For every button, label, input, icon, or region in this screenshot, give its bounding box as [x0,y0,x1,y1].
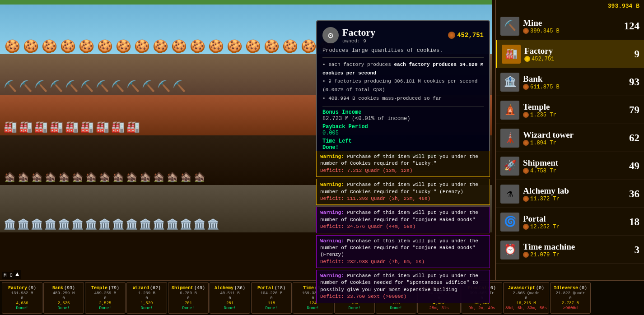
sidebar-item-alchemy[interactable]: ⚗️ Alchemy lab 11.372 Tr 36 [496,180,644,208]
bank-sprite: 🏛️ [98,218,111,231]
warning-label-5: Warning: [320,273,344,278]
warning-text-5: Purchase of this item will put you under… [320,273,478,292]
scroll-up-button[interactable]: ▲ [14,270,21,279]
bottom-factory-extra1: 0 [21,296,23,301]
shipment-cost-icon [523,168,529,174]
time-machine-count: 3 [635,244,640,256]
factory-sprite: 🏭 [111,120,125,134]
sidebar-item-portal[interactable]: 🌀 Portal 12.252 Tr 18 [496,208,644,236]
bottom-javascript-extra2: 16,215 M [516,301,536,306]
cookie-bag: 🍪 [79,39,94,54]
info-stats: • each factory produces each factory pro… [322,57,484,102]
bottom-item-wizard[interactable]: Wizard (62) 1.239 B 0 1,529 Done! [126,282,167,314]
portal-cost: 12.252 Tr [530,224,560,230]
bottom-javascript-status: 89d, 6h, 33m, 56s [505,306,547,310]
wizard-cost-icon [523,140,529,146]
mine-count: 124 [624,20,640,32]
bottom-bank-name: Bank [52,286,63,291]
portal-building-icon: 🌀 [500,213,519,232]
sidebar-item-wizard-tower[interactable]: 🗼 Wizard tower 1.894 Tr 62 [496,124,644,152]
cookie-bag: 🍪 [42,39,57,54]
bank-cost: 611.875 B [530,84,560,90]
mine-building-icon: ⛏️ [500,17,519,36]
bottom-item-factory[interactable]: Factory (9) 131.982 M 0 4,636 Done! [2,282,42,314]
wizard-cost: 1.894 Tr [530,140,556,146]
bottom-alchemy-name: Alchemy [215,286,233,291]
bottom-item-shipment[interactable]: Shipment (49) 6.789 B 0 701 Done! [168,282,209,314]
mine-sprite: ⛏️ [157,80,171,93]
bottom-factory-count: (9) [28,286,36,291]
mine-cost-icon [523,28,529,34]
stat-1-highlight: each factory produces 34.020 M cookies p… [322,62,483,76]
stat-line-2: • 9 factories producing 306.181 M cookie… [322,77,484,94]
warning-deficit-1: Deficit: 7.212 Quadr (13m, 12s) [320,168,413,173]
sidebar-item-bank[interactable]: 🏦 Bank 611.875 B 93 [496,68,644,96]
dark-sprite: 🏚️ [17,171,29,183]
bottom-item-alchemy[interactable]: Alchemy (36) 40.511 B 0 281 Done! [210,282,250,314]
factory-building-icon: 🏭 [502,45,521,64]
bank-building-icon: 🏦 [500,73,519,92]
cost-cookie-icon [448,32,455,39]
bottom-bank-status: Done! [57,306,70,310]
bottom-factory-val1: 131.982 M [11,291,33,296]
bottom-portal-val1: 104.226 B [261,291,283,296]
warning-box-4: Warning: Purchase of this item will put … [316,235,490,269]
bottom-portal-extra2: 118 [268,301,275,306]
warning-box-2: Warning: Purchase of this item will put … [316,179,490,205]
wizard-building-icon: 🗼 [500,129,519,148]
factory-name: Factory [524,46,554,56]
bottom-alchemy-extra1: 0 [229,296,231,301]
right-sidebar: 393.934 B ⛏️ Mine 399.345 B 124 🏭 [495,0,644,280]
temple-name: Temple [523,102,556,112]
bottom-time-extra1: 0 [312,296,314,301]
warning-label-3: Warning: [320,210,344,215]
bottom-wizard-extra1: 0 [145,296,148,301]
warning-box-3: Warning: Purchase of this item will put … [316,207,490,233]
mine-sprite: ⛏️ [142,80,155,93]
temple-cost-icon [523,112,529,118]
sidebar-item-time-machine[interactable]: ⏰ Time machine 21.079 Tr 3 [496,236,644,264]
wizard-name: Wizard tower [523,130,574,140]
bottom-wizard-name: Wizard [133,286,149,291]
factory-sprite: 🏭 [19,120,33,134]
bank-sprite: 🏛️ [71,218,84,231]
bank-sprite: 🏛️ [85,218,97,231]
bottom-javascript-count: (0) [536,286,544,291]
bottom-item-bank[interactable]: Bank (93) 489.259 M 0 2,525 Done! [43,282,84,314]
bottom-wizard-val1: 1.239 B [138,291,155,296]
sidebar-item-mine[interactable]: ⛏️ Mine 399.345 B 124 [496,12,644,40]
bank-sprite: 🏛️ [112,218,124,231]
sidebar-item-shipment[interactable]: 🚀 Shipment 4.758 Tr 49 [496,152,644,180]
bottom-chancemaker-status: 28m, 31s [429,306,448,310]
bottom-shipment-count: (49) [194,286,205,291]
bank-sprite: 🏛️ [153,218,165,231]
bottom-factory-extra2: 4,636 [16,301,28,306]
bank-sprite: 🏛️ [166,218,178,231]
bottom-item-portal[interactable]: Portal (18) 104.226 B 0 118 Done! [251,282,292,314]
bottom-item-temple[interactable]: Temple (79) 489.259 M 0 2,525 Done! [85,282,126,314]
info-panel-header: ⚙️ Factory owned: 9 452,751 [322,27,484,44]
sidebar-item-temple[interactable]: 🛕 Temple 1.235 Tr 79 [496,96,644,124]
cookie-bag: 🍪 [60,39,76,54]
alchemy-name: Alchemy lab [523,186,569,196]
sidebar-item-factory[interactable]: 🏭 Factory 452,751 9 [496,40,644,68]
factory-sprite: 🏭 [96,120,109,134]
bank-sprite: 🏛️ [58,218,70,231]
warning-label-4: Warning: [320,238,344,244]
bottom-time-name: Time [303,286,314,291]
dark-sprite: 🏚️ [193,171,205,183]
bottom-item-idleverse[interactable]: Idleverse (0) 21.822 Quadr 0 2.737 B >90… [550,282,591,314]
bank-sprite: 🏛️ [193,218,205,231]
time-machine-name: Time machine [523,242,575,252]
bottom-temple-extra1: 0 [104,296,106,301]
wizard-count: 62 [629,132,639,144]
stat-2-value: 9 factories producing 306.181 M cookies … [322,79,477,93]
factory-count: 9 [635,48,640,60]
factory-cost-icon [524,56,530,62]
top-score-value: 393.934 B [608,3,639,9]
mine-sprite: ⛏️ [65,80,79,93]
bottom-temple-name: Temple [91,286,107,291]
bottom-item-javascript[interactable]: Javascript (0) 2.865 Quadr 0 16,215 M 89… [503,282,549,314]
bottom-idleverse-status: >9000d [563,306,578,310]
warning-text-4: Purchase of this item will put you under… [320,238,478,258]
